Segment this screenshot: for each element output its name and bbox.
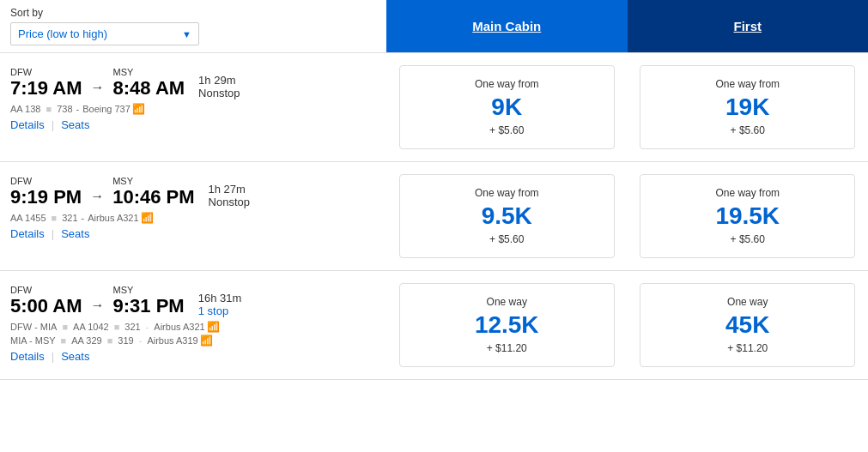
depart-time: 9:19 PM bbox=[10, 186, 82, 208]
main-cabin-price-card[interactable]: One way from 9.5K + $5.60 bbox=[399, 174, 615, 258]
detail-dash: - bbox=[76, 104, 80, 114]
flight-number: AA 1455 bbox=[10, 213, 46, 223]
arrow-icon: → bbox=[90, 189, 104, 204]
duration-block: 16h 31m 1 stop bbox=[198, 292, 242, 317]
stops-text: Nonstop bbox=[198, 87, 240, 99]
arrow-icon: → bbox=[91, 80, 105, 95]
leg2-route: DFW - MIA bbox=[10, 322, 57, 332]
origin-block: DFW 5:00 AM bbox=[10, 285, 82, 317]
first-cabin-price-card[interactable]: One way 45K + $11.20 bbox=[640, 283, 855, 367]
sep6: - bbox=[139, 335, 143, 346]
flights-container: Sort by Price (low to high) ▼ Main Cabin… bbox=[0, 0, 868, 380]
first-cabin-price-fee: + $5.60 bbox=[649, 233, 846, 245]
details-link[interactable]: Details bbox=[10, 350, 45, 363]
flight-leg3-details: MIA - MSY ■ AA 329 ■ 319 - Airbus A319 📶 bbox=[10, 334, 376, 347]
first-cabin-price-card[interactable]: One way from 19.5K + $5.60 bbox=[640, 174, 855, 258]
dest-block: MSY 9:31 PM bbox=[113, 285, 185, 317]
leg2-equipment: Airbus A321 bbox=[154, 322, 204, 332]
wifi-icon: 📶 bbox=[141, 212, 154, 224]
duration-block: 1h 27m Nonstop bbox=[209, 183, 250, 208]
seats-link[interactable]: Seats bbox=[61, 227, 89, 240]
seats-link[interactable]: Seats bbox=[61, 350, 89, 363]
sep2: ■ bbox=[114, 322, 120, 332]
flight-info: DFW 7:19 AM → MSY 8:48 AM 1h 29m Nonstop… bbox=[0, 62, 386, 153]
sort-select[interactable]: Price (low to high) ▼ bbox=[10, 22, 199, 45]
flights-list: DFW 7:19 AM → MSY 8:48 AM 1h 29m Nonstop… bbox=[0, 53, 868, 380]
first-cabin-price-amount: 19K bbox=[649, 93, 846, 121]
sep1: ■ bbox=[62, 322, 68, 332]
detail-dash: - bbox=[82, 213, 85, 223]
main-cabin-price-amount: 9.5K bbox=[409, 202, 605, 230]
sep3: - bbox=[146, 322, 149, 332]
main-cabin-price-card[interactable]: One way 12.5K + $11.20 bbox=[399, 283, 615, 367]
sort-selected-value: Price (low to high) bbox=[18, 27, 107, 40]
main-cabin-price-amount: 9K bbox=[409, 93, 605, 121]
details-link[interactable]: Details bbox=[10, 227, 45, 240]
sort-label: Sort by bbox=[10, 7, 376, 19]
first-cabin-price-card[interactable]: One way from 19K + $5.60 bbox=[640, 65, 855, 149]
main-cabin-price-section: One way from 9K + $5.60 bbox=[386, 62, 628, 153]
flight-links-row: Details | Seats bbox=[10, 118, 376, 131]
wifi-icon: 📶 bbox=[132, 103, 145, 115]
main-cabin-price-fee: + $5.60 bbox=[409, 124, 605, 136]
flight-row: DFW 7:19 AM → MSY 8:48 AM 1h 29m Nonstop… bbox=[0, 53, 868, 162]
leg3-equipment: Airbus A319 bbox=[147, 335, 197, 346]
first-cabin-price-section: One way from 19.5K + $5.60 bbox=[628, 171, 869, 262]
first-cabin-price-fee: + $5.60 bbox=[649, 124, 846, 136]
details-link[interactable]: Details bbox=[10, 118, 45, 131]
dest-code: MSY bbox=[112, 176, 194, 186]
main-cabin-price-card[interactable]: One way from 9K + $5.60 bbox=[399, 65, 615, 149]
links-separator: | bbox=[52, 118, 54, 131]
first-cabin-header[interactable]: First bbox=[628, 0, 869, 52]
origin-code: DFW bbox=[10, 67, 82, 77]
flight-leg2-details: DFW - MIA ■ AA 1042 ■ 321 - Airbus A321 … bbox=[10, 321, 376, 333]
flight-times-row: DFW 5:00 AM → MSY 9:31 PM 16h 31m 1 stop bbox=[10, 285, 376, 317]
dest-code: MSY bbox=[113, 67, 185, 77]
equipment-name: Airbus A321 bbox=[88, 213, 138, 223]
duration-text: 1h 27m bbox=[209, 183, 250, 196]
main-cabin-price-fee: + $5.60 bbox=[409, 233, 605, 245]
origin-code: DFW bbox=[10, 285, 82, 295]
arrive-time: 10:46 PM bbox=[112, 186, 194, 208]
leg2-flight: AA 1042 bbox=[73, 322, 109, 332]
detail-sep1: ■ bbox=[46, 104, 52, 114]
duration-block: 1h 29m Nonstop bbox=[198, 74, 240, 99]
main-cabin-price-label: One way from bbox=[409, 187, 605, 199]
flight-row: DFW 9:19 PM → MSY 10:46 PM 1h 27m Nonsto… bbox=[0, 162, 868, 271]
equipment-name: Boeing 737 bbox=[82, 104, 131, 114]
main-cabin-price-amount: 12.5K bbox=[409, 311, 605, 339]
flight-times-row: DFW 7:19 AM → MSY 8:48 AM 1h 29m Nonstop bbox=[10, 67, 376, 99]
origin-block: DFW 7:19 AM bbox=[10, 67, 82, 99]
sep4: ■ bbox=[61, 335, 67, 346]
flight-links-row: Details | Seats bbox=[10, 350, 376, 363]
dropdown-arrow-icon: ▼ bbox=[182, 29, 191, 39]
header-row: Sort by Price (low to high) ▼ Main Cabin… bbox=[0, 0, 868, 53]
first-cabin-price-fee: + $11.20 bbox=[649, 342, 846, 354]
main-cabin-header[interactable]: Main Cabin bbox=[386, 0, 628, 52]
main-cabin-price-label: One way bbox=[409, 296, 605, 308]
arrow-icon: → bbox=[91, 298, 105, 313]
links-separator: | bbox=[52, 227, 54, 240]
flight-details-row: AA 1455 ■ 321 - Airbus A321 📶 bbox=[10, 212, 376, 224]
duration-text: 16h 31m bbox=[198, 292, 242, 304]
flight-links-row: Details | Seats bbox=[10, 227, 376, 240]
flight-details-row: AA 138 ■ 738 - Boeing 737 📶 bbox=[10, 103, 376, 115]
main-cabin-price-label: One way from bbox=[409, 78, 605, 90]
sep5: ■ bbox=[107, 335, 113, 346]
first-cabin-price-label: One way bbox=[649, 296, 846, 308]
seats-link[interactable]: Seats bbox=[61, 118, 89, 131]
arrive-time: 8:48 AM bbox=[113, 77, 185, 99]
depart-time: 5:00 AM bbox=[10, 295, 82, 317]
sort-section: Sort by Price (low to high) ▼ bbox=[0, 0, 386, 52]
duration-text: 1h 29m bbox=[198, 74, 240, 87]
main-cabin-price-fee: + $11.20 bbox=[409, 342, 605, 354]
links-separator: | bbox=[52, 350, 54, 363]
main-cabin-price-section: One way 12.5K + $11.20 bbox=[386, 280, 628, 371]
dest-block: MSY 8:48 AM bbox=[113, 67, 185, 99]
stops-text: Nonstop bbox=[209, 196, 250, 208]
arrive-time: 9:31 PM bbox=[113, 295, 185, 317]
flight-times-row: DFW 9:19 PM → MSY 10:46 PM 1h 27m Nonsto… bbox=[10, 176, 376, 208]
flight-row: DFW 5:00 AM → MSY 9:31 PM 16h 31m 1 stop… bbox=[0, 271, 868, 380]
first-cabin-price-amount: 19.5K bbox=[649, 202, 846, 230]
leg3-equip-sep: 319 bbox=[118, 335, 133, 346]
